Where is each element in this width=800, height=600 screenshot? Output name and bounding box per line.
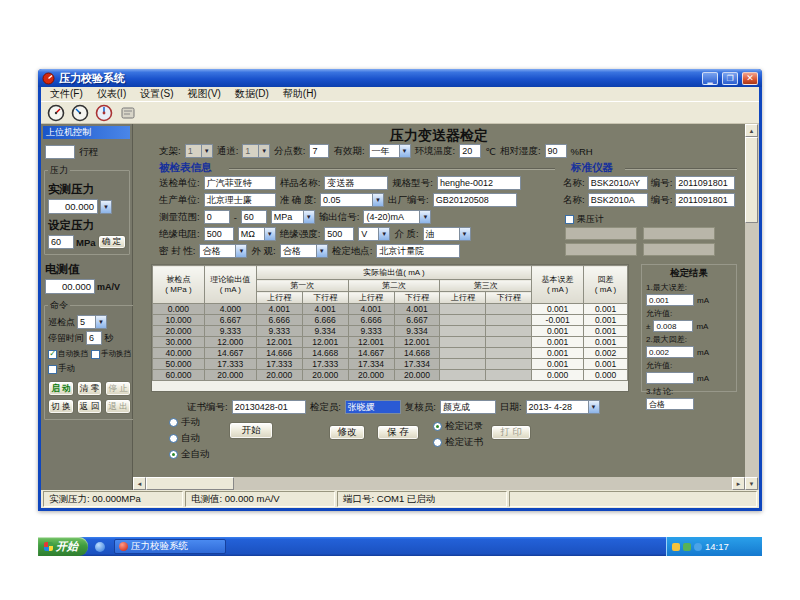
col-point[interactable]: 被检点 ( MPa ) xyxy=(153,266,205,304)
col-down-2[interactable]: 下行程 xyxy=(394,292,440,304)
col-up-3[interactable]: 上行程 xyxy=(440,292,486,304)
print-button[interactable]: 打 印 xyxy=(491,425,531,440)
patrol-point-select[interactable]: 5 xyxy=(77,315,107,329)
col-down-3[interactable]: 下行程 xyxy=(486,292,532,304)
calibrator-icon[interactable] xyxy=(94,103,114,123)
menu-data[interactable]: 数据(D) xyxy=(228,87,276,101)
set-pressure-input[interactable]: 60 xyxy=(48,235,74,249)
begin-button[interactable]: 开始 xyxy=(229,422,273,439)
strength-unit-select[interactable]: V xyxy=(358,227,390,241)
manual-checkbox[interactable] xyxy=(48,365,57,374)
auto-shift-checkbox[interactable] xyxy=(48,350,57,359)
certificate-radio[interactable] xyxy=(433,438,442,447)
serial-input[interactable]: GB20120508 xyxy=(433,193,517,207)
scroll-up-arrow[interactable]: ▲ xyxy=(745,124,758,137)
maximize-button[interactable] xyxy=(722,72,738,85)
col-up-1[interactable]: 上行程 xyxy=(256,292,302,304)
scroll-thumb[interactable] xyxy=(146,477,234,490)
close-button[interactable] xyxy=(742,72,758,85)
exit-button[interactable]: 退 出 xyxy=(105,399,131,414)
col-error[interactable]: 基本误差 ( mA ) xyxy=(532,266,584,304)
dropdown-arrow-icon[interactable] xyxy=(372,193,384,207)
reviewer-input[interactable]: 颜克成 xyxy=(440,400,496,414)
col-theory[interactable]: 理论输出值 ( mA ) xyxy=(204,266,256,304)
dropdown-arrow-icon[interactable] xyxy=(201,144,213,158)
travel-input[interactable] xyxy=(45,145,75,159)
col-down-1[interactable]: 下行程 xyxy=(302,292,348,304)
table-row[interactable]: 60.00020.00020.00020.00020.00020.0000.00… xyxy=(153,370,628,381)
menu-help[interactable]: 帮助(H) xyxy=(276,87,324,101)
scroll-thum-v[interactable] xyxy=(745,137,758,223)
scroll-right-arrow[interactable]: ► xyxy=(732,477,745,490)
col-actual[interactable]: 实际输出值( mA ) xyxy=(256,266,531,280)
points-input[interactable]: 7 xyxy=(309,144,329,158)
sample-input[interactable]: 变送器 xyxy=(324,176,388,190)
dropdown-arrow-icon[interactable] xyxy=(588,400,600,414)
dropdown-arrow-icon[interactable] xyxy=(264,227,276,241)
save-button[interactable]: 保 存 xyxy=(377,425,419,440)
maker-input[interactable]: 北京理士廉 xyxy=(204,193,276,207)
humidity-input[interactable]: 90 xyxy=(545,144,567,158)
stop-button[interactable]: 停 止 xyxy=(105,381,131,396)
taskbar-task-button[interactable]: 压力校验系统 xyxy=(114,539,226,554)
standard-no1-input[interactable]: 2011091801 xyxy=(675,176,735,190)
tray-input-method-icon[interactable] xyxy=(672,543,680,551)
record-radio[interactable] xyxy=(433,422,442,431)
date-select[interactable]: 2013- 4-28 xyxy=(526,400,600,414)
gauge-icon-2[interactable] xyxy=(70,103,90,123)
model-input[interactable]: henghe-0012 xyxy=(437,176,521,190)
dropdown-arrow-icon[interactable] xyxy=(378,227,390,241)
verifier-input[interactable]: 张晓媛 xyxy=(345,400,401,414)
table-row[interactable]: 0.0004.0004.0014.0014.0014.0010.0010.001 xyxy=(153,304,628,315)
col-up-2[interactable]: 上行程 xyxy=(348,292,394,304)
col-pass1[interactable]: 第一次 xyxy=(256,280,348,292)
gauge-checkbox[interactable] xyxy=(565,215,574,224)
dropdown-arrow-icon[interactable] xyxy=(303,210,315,224)
confirm-button[interactable]: 确 定 xyxy=(98,235,126,249)
channel-select[interactable]: 1 xyxy=(242,144,270,158)
col-pass3[interactable]: 第三次 xyxy=(440,280,532,292)
resistance-unit-select[interactable]: MΩ xyxy=(238,227,276,241)
bracket-select[interactable]: 1 xyxy=(185,144,213,158)
mode-full-auto-radio[interactable] xyxy=(169,450,178,459)
taskbar-clock[interactable]: 14:17 xyxy=(705,541,729,552)
scroll-left-arrow[interactable]: ◄ xyxy=(133,477,146,490)
modify-button[interactable]: 修改 xyxy=(329,425,365,440)
pressure-unit-dropdown[interactable] xyxy=(100,200,112,214)
table-row[interactable]: 50.00017.33317.33317.33317.33417.3340.00… xyxy=(153,359,628,370)
mode-manual-radio[interactable] xyxy=(169,418,178,427)
appearance-select[interactable]: 合格 xyxy=(280,244,328,258)
start-button[interactable]: 启 动 xyxy=(48,381,74,396)
minimize-button[interactable] xyxy=(702,72,718,85)
table-row[interactable]: 20.0009.3339.3339.3349.3339.3340.0010.00… xyxy=(153,326,628,337)
scroll-down-arrow[interactable]: ▼ xyxy=(745,477,758,490)
strength-input[interactable]: 500 xyxy=(324,227,354,241)
menu-instrument[interactable]: 仪表(I) xyxy=(90,87,133,101)
tray-network-icon[interactable] xyxy=(694,543,702,551)
quick-launch-icon[interactable] xyxy=(95,542,105,552)
standard-no2-input[interactable]: 2011091801 xyxy=(675,193,735,207)
env-temp-input[interactable]: 20 xyxy=(459,144,481,158)
range-high-input[interactable]: 60 xyxy=(241,210,267,224)
gauge-icon-1[interactable] xyxy=(46,103,66,123)
dropdown-arrow-icon[interactable] xyxy=(419,210,431,224)
location-input[interactable]: 北京计量院 xyxy=(376,244,460,258)
menu-settings[interactable]: 设置(S) xyxy=(133,87,180,101)
validity-select[interactable]: 一年 xyxy=(369,144,411,158)
menu-view[interactable]: 视图(V) xyxy=(181,87,228,101)
accuracy-select[interactable]: 0.05 xyxy=(320,193,384,207)
manual-shift-checkbox[interactable] xyxy=(91,350,100,359)
tray-antivirus-icon[interactable] xyxy=(683,543,691,551)
tools-icon[interactable] xyxy=(118,103,138,123)
table-row[interactable]: 10.0006.6676.6666.6666.6666.667-0.0010.0… xyxy=(153,315,628,326)
table-row[interactable]: 30.00012.00012.00112.00112.00112.0010.00… xyxy=(153,337,628,348)
col-hysteresis[interactable]: 回差 ( mA ) xyxy=(584,266,628,304)
dwell-time-input[interactable]: 6 xyxy=(86,331,102,345)
resistance-input[interactable]: 500 xyxy=(204,227,234,241)
standard-name1-input[interactable]: BSK2010AY xyxy=(588,176,648,190)
medium-select[interactable]: 油 xyxy=(423,227,471,241)
dropdown-arrow-icon[interactable] xyxy=(235,244,247,258)
dropdown-arrow-icon[interactable] xyxy=(459,227,471,241)
zero-button[interactable]: 清 零 xyxy=(77,381,103,396)
standard-name2-input[interactable]: BSK2010A xyxy=(588,193,648,207)
